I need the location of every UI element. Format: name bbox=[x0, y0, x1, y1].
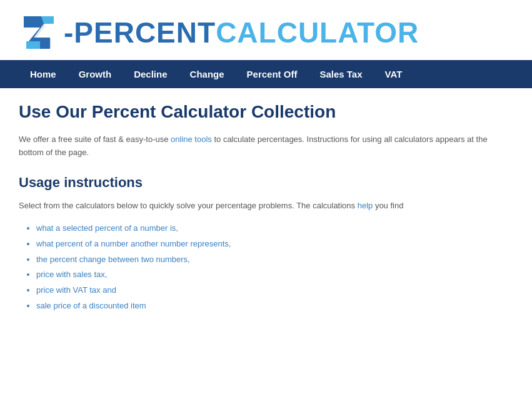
intro-text-1: We offer a free suite of fast & easy-to-… bbox=[19, 134, 171, 144]
list-item: the percent change between two numbers, bbox=[36, 252, 513, 268]
list-item: what a selected percent of a number is, bbox=[36, 221, 513, 236]
list-item: price with VAT tax and bbox=[36, 283, 513, 298]
nav-change[interactable]: Change bbox=[179, 60, 236, 88]
nav-decline[interactable]: Decline bbox=[123, 60, 178, 88]
select-link-help[interactable]: help bbox=[358, 201, 373, 210]
nav-bar: Home Growth Decline Change Percent Off S… bbox=[0, 60, 532, 88]
logo-percent: -PERCENT bbox=[64, 16, 216, 49]
nav-growth[interactable]: Growth bbox=[68, 60, 123, 88]
logo-icon bbox=[19, 11, 61, 54]
bullet-list: what a selected percent of a number is, … bbox=[19, 221, 513, 313]
main-content: Use Our Percent Calculator Collection We… bbox=[0, 88, 532, 333]
logo-container: -PERCENTCALCULATOR bbox=[19, 11, 513, 54]
logo-calculator: CALCULATOR bbox=[216, 16, 419, 49]
list-item: what percent of a number another number … bbox=[36, 236, 513, 252]
intro-link-online-tools[interactable]: online tools bbox=[171, 134, 212, 144]
select-text-2: you find bbox=[373, 201, 403, 210]
header: -PERCENTCALCULATOR bbox=[0, 0, 532, 60]
nav-percent-off[interactable]: Percent Off bbox=[236, 60, 309, 88]
select-text-1: Select from the calculators below to qui… bbox=[19, 201, 358, 210]
intro-paragraph: We offer a free suite of fast & easy-to-… bbox=[19, 133, 513, 160]
nav-home[interactable]: Home bbox=[19, 60, 68, 88]
list-item: sale price of a discounted item bbox=[36, 298, 513, 314]
svg-marker-4 bbox=[26, 41, 40, 49]
list-item: price with sales tax, bbox=[36, 267, 513, 283]
logo-text: -PERCENTCALCULATOR bbox=[64, 18, 419, 47]
page-title: Use Our Percent Calculator Collection bbox=[19, 102, 513, 122]
usage-instructions-title: Usage instructions bbox=[19, 175, 513, 191]
nav-sales-tax[interactable]: Sales Tax bbox=[308, 60, 373, 88]
nav-vat[interactable]: VAT bbox=[374, 60, 414, 88]
select-paragraph: Select from the calculators below to qui… bbox=[19, 200, 513, 213]
